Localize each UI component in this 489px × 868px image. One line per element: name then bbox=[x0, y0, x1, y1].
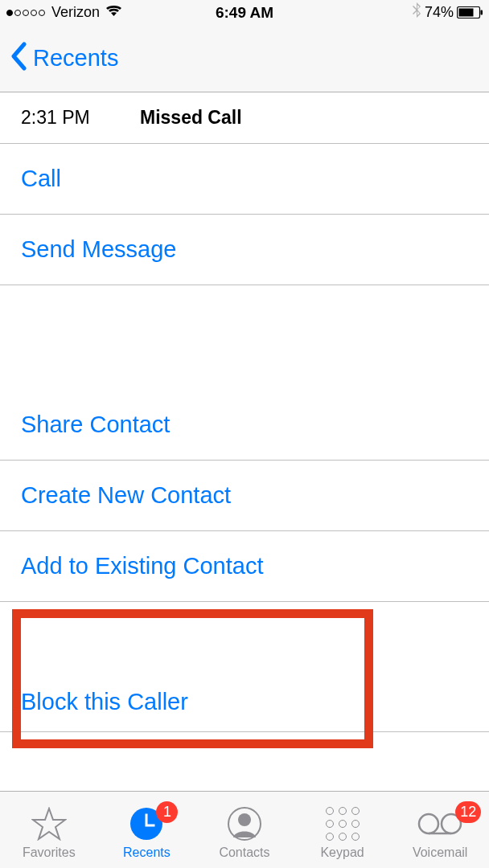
person-icon bbox=[228, 805, 261, 842]
share-contact-button[interactable]: Share Contact bbox=[0, 390, 489, 461]
tab-voicemail[interactable]: Voicemail 12 bbox=[396, 805, 484, 860]
tab-keypad[interactable]: Keypad bbox=[298, 805, 387, 860]
battery-percentage: 74% bbox=[425, 4, 454, 21]
svg-rect-1 bbox=[459, 9, 474, 17]
badge: 1 bbox=[156, 801, 178, 823]
keypad-icon bbox=[326, 805, 360, 842]
block-caller-button[interactable]: Block this Caller bbox=[0, 665, 489, 732]
tab-favorites[interactable]: Favorites bbox=[5, 805, 93, 860]
add-to-existing-contact-button[interactable]: Add to Existing Contact bbox=[0, 531, 489, 602]
svg-point-5 bbox=[238, 813, 251, 826]
badge: 12 bbox=[455, 801, 481, 823]
tab-bar: Favorites Recents 1 Contacts Keypad Voic… bbox=[0, 791, 489, 868]
back-button[interactable]: Recents bbox=[33, 45, 118, 72]
status-right: 74% bbox=[412, 2, 483, 23]
battery-icon bbox=[457, 6, 483, 18]
wifi-icon bbox=[105, 5, 122, 21]
content-area: 2:31 PM Missed Call Call Send Message Sh… bbox=[0, 92, 489, 732]
tab-recents[interactable]: Recents 1 bbox=[102, 805, 191, 860]
svg-rect-2 bbox=[481, 10, 483, 15]
call-button[interactable]: Call bbox=[0, 144, 489, 215]
star-icon bbox=[31, 805, 67, 842]
call-time: 2:31 PM bbox=[21, 107, 140, 129]
send-message-button[interactable]: Send Message bbox=[0, 215, 489, 285]
navigation-bar: Recents bbox=[0, 25, 489, 92]
status-bar: Verizon 6:49 AM 74% bbox=[0, 0, 489, 25]
tab-contacts[interactable]: Contacts bbox=[200, 805, 289, 860]
status-left: Verizon bbox=[6, 4, 122, 21]
tab-label: Voicemail bbox=[413, 845, 467, 860]
signal-strength-icon bbox=[6, 10, 45, 16]
svg-point-6 bbox=[419, 814, 438, 833]
call-log-row: 2:31 PM Missed Call bbox=[0, 92, 489, 144]
tab-label: Recents bbox=[123, 845, 171, 860]
bluetooth-icon bbox=[412, 2, 421, 23]
status-time: 6:49 AM bbox=[216, 4, 273, 22]
call-status: Missed Call bbox=[140, 107, 242, 129]
tab-label: Keypad bbox=[320, 845, 364, 860]
tab-label: Contacts bbox=[219, 845, 269, 860]
back-chevron-icon[interactable] bbox=[10, 42, 27, 76]
create-new-contact-button[interactable]: Create New Contact bbox=[0, 461, 489, 531]
carrier-label: Verizon bbox=[51, 4, 100, 21]
tab-label: Favorites bbox=[23, 845, 76, 860]
